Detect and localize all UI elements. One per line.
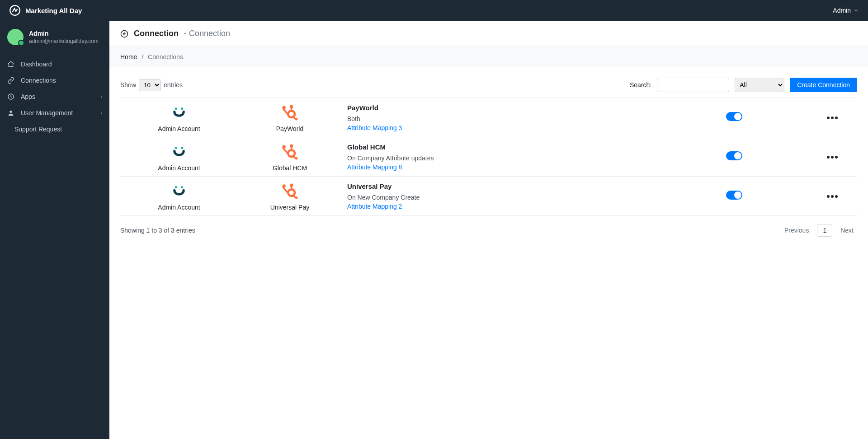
- main: Connection - Connection Home / Connectio…: [109, 21, 868, 248]
- table-controls: Show 10 entries Search: All Create Conne…: [120, 78, 857, 92]
- sidebar: Admin admin@marketingallday.com Dashboar…: [0, 21, 109, 248]
- chevron-right-icon: ›: [101, 111, 102, 116]
- breadcrumb: Home / Connections: [109, 47, 868, 67]
- chevron-down-icon: [854, 8, 859, 13]
- connection-trigger: On New Company Create: [347, 194, 721, 201]
- sidebar-item-support-request[interactable]: Support Request ›: [0, 121, 109, 137]
- breadcrumb-current: Connections: [148, 53, 183, 61]
- top-header: Marketing All Day Admin: [0, 0, 868, 21]
- sidebar-item-apps[interactable]: Apps ›: [0, 89, 109, 105]
- connection-row: Admin AccountPayWorldPayWorldBothAttribu…: [120, 98, 857, 137]
- user-name: Admin: [29, 30, 99, 37]
- enable-toggle[interactable]: [726, 191, 742, 200]
- pagination: Previous 1 Next: [781, 224, 857, 237]
- sidebar-item-label: Apps: [21, 93, 35, 100]
- content: Show 10 entries Search: All Create Conne…: [109, 67, 868, 248]
- svg-point-2: [9, 111, 12, 113]
- create-connection-button[interactable]: Create Connection: [790, 78, 857, 92]
- attribute-mapping-link[interactable]: Attribute Mapping 2: [347, 203, 721, 210]
- more-actions-button[interactable]: [824, 192, 840, 201]
- back-arrow-icon[interactable]: [120, 30, 128, 38]
- svg-point-4: [175, 107, 177, 110]
- svg-rect-28: [291, 186, 292, 190]
- entries-label: entries: [164, 81, 183, 89]
- target-app-label: PayWorld: [276, 125, 303, 132]
- home-icon: [7, 61, 14, 68]
- filter-select[interactable]: All: [735, 78, 784, 92]
- page-subtitle: - Connection: [184, 29, 230, 38]
- svg-rect-11: [282, 108, 288, 115]
- pagination-next[interactable]: Next: [837, 224, 857, 237]
- search-input[interactable]: [657, 78, 729, 92]
- avatar[interactable]: [7, 29, 24, 45]
- connection-row: Admin AccountUniversal PayUniversal PayO…: [120, 177, 857, 216]
- connection-row: Admin AccountGlobal HCMGlobal HCMOn Comp…: [120, 137, 857, 177]
- connection-title: PayWorld: [347, 104, 721, 112]
- table-status: Showing 1 to 3 of 3 entries: [120, 227, 195, 234]
- svg-point-22: [175, 186, 177, 188]
- connection-trigger: On Company Attribute updates: [347, 154, 721, 162]
- target-app-icon: [280, 103, 300, 122]
- more-actions-button[interactable]: [824, 153, 840, 161]
- more-actions-button[interactable]: [824, 114, 840, 122]
- svg-rect-10: [291, 107, 292, 112]
- target-app-icon: [280, 142, 300, 162]
- target-app-label: Global HCM: [273, 164, 307, 172]
- table-footer: Showing 1 to 3 of 3 entries Previous 1 N…: [120, 224, 857, 237]
- user-email: admin@marketingallday.com: [29, 38, 99, 44]
- svg-rect-20: [282, 147, 288, 154]
- sidebar-item-connections[interactable]: Connections ›: [0, 72, 109, 89]
- attribute-mapping-link[interactable]: Attribute Mapping 8: [347, 163, 721, 171]
- brand: Marketing All Day: [9, 5, 82, 16]
- svg-point-5: [181, 107, 183, 110]
- sidebar-item-label: User Management: [21, 109, 73, 117]
- apps-icon: [7, 93, 14, 100]
- target-app-icon: [280, 181, 300, 201]
- connection-title: Universal Pay: [347, 182, 721, 190]
- attribute-mapping-link[interactable]: Attribute Mapping 3: [347, 124, 721, 131]
- connections-list: Admin AccountPayWorldPayWorldBothAttribu…: [120, 98, 857, 216]
- svg-point-14: [181, 147, 183, 149]
- user-menu-label: Admin: [833, 7, 851, 14]
- svg-point-13: [175, 147, 177, 149]
- source-app-label: Admin Account: [158, 164, 200, 172]
- user-menu[interactable]: Admin: [833, 7, 859, 14]
- brand-name: Marketing All Day: [25, 7, 82, 14]
- svg-rect-29: [282, 187, 288, 193]
- enable-toggle[interactable]: [726, 112, 742, 121]
- breadcrumb-home[interactable]: Home: [120, 53, 137, 61]
- breadcrumb-separator: /: [142, 53, 143, 61]
- search-label: Search:: [630, 81, 651, 89]
- source-app-label: Admin Account: [158, 125, 200, 132]
- sidebar-item-label: Dashboard: [21, 61, 52, 68]
- svg-point-23: [181, 186, 183, 188]
- brand-icon: [9, 5, 21, 16]
- target-app-label: Universal Pay: [270, 204, 309, 211]
- page-size-select[interactable]: 10: [139, 79, 161, 91]
- user-block: Admin admin@marketingallday.com: [0, 21, 109, 54]
- source-app-icon: [169, 103, 189, 122]
- pagination-previous[interactable]: Previous: [781, 224, 812, 237]
- sidebar-item-user-management[interactable]: User Management ›: [0, 105, 109, 121]
- source-app-icon: [169, 142, 189, 162]
- link-icon: [7, 77, 14, 84]
- page-title: Connection: [134, 29, 179, 38]
- sidebar-item-dashboard[interactable]: Dashboard ›: [0, 56, 109, 72]
- show-label: Show: [120, 81, 136, 89]
- pagination-page[interactable]: 1: [817, 224, 832, 237]
- enable-toggle[interactable]: [726, 151, 742, 160]
- source-app-label: Admin Account: [158, 204, 200, 211]
- source-app-icon: [169, 181, 189, 201]
- connection-title: Global HCM: [347, 143, 721, 151]
- svg-rect-19: [291, 147, 292, 151]
- page-header: Connection - Connection: [109, 21, 868, 47]
- sidebar-nav: Dashboard › Connections › Apps › User Ma…: [0, 54, 109, 139]
- user-icon: [7, 109, 14, 117]
- sidebar-item-label: Connections: [21, 77, 56, 84]
- connection-trigger: Both: [347, 115, 721, 122]
- sidebar-item-label: Support Request: [14, 126, 62, 133]
- chevron-right-icon: ›: [101, 94, 102, 99]
